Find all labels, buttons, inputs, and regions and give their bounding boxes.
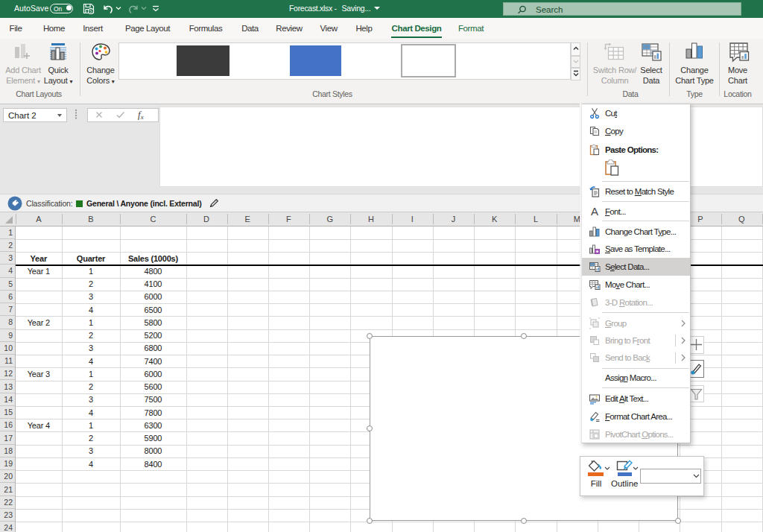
svg-text:A: A	[591, 206, 598, 218]
